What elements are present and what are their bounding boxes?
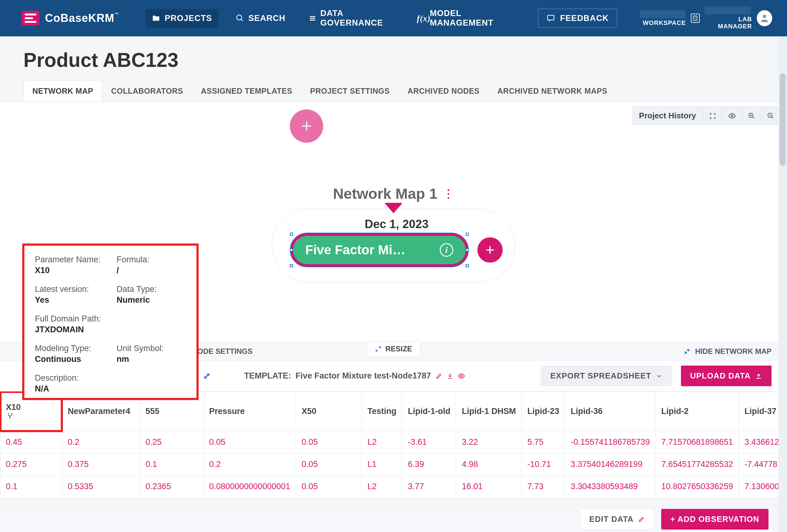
column-header[interactable]: Lipid-1 DHSM (456, 392, 522, 431)
column-header[interactable]: Lipid-1-old (402, 392, 456, 431)
tab-project-settings[interactable]: PROJECT SETTINGS (301, 80, 399, 102)
column-header[interactable]: Lipid-23 (522, 392, 565, 431)
upload-data-button[interactable]: UPLOAD DATA (681, 365, 771, 386)
table-cell[interactable]: 0.275 (0, 453, 62, 475)
table-row[interactable]: 0.450.20.250.050.05L2-3.613.225.75-0.155… (0, 431, 787, 453)
table-cell[interactable]: 0.1 (140, 453, 203, 475)
table-cell[interactable]: 3.37540146289199 (565, 453, 656, 475)
table-cell[interactable]: 0.2 (204, 453, 296, 475)
selection-handle[interactable] (466, 264, 469, 267)
resize-button[interactable]: RESIZE (367, 341, 421, 357)
table-cell[interactable]: 0.0800000000000001 (204, 475, 296, 498)
user-name-redacted (705, 6, 751, 15)
tooltip-param-name-value: X10 (35, 266, 104, 275)
add-node-floating-button[interactable] (290, 109, 323, 143)
project-history-button[interactable]: Project History (632, 106, 703, 125)
add-child-node-button[interactable] (477, 237, 503, 263)
table-cell[interactable]: 0.2365 (140, 475, 203, 498)
table-row[interactable]: 0.10.53350.23650.08000000000000010.05L23… (0, 475, 787, 498)
tooltip-dtype-label: Data Type: (116, 285, 186, 294)
hide-network-map-button[interactable]: HIDE NETWORK MAP (683, 347, 771, 356)
tab-collaborators[interactable]: COLLABORATORS (102, 80, 192, 102)
nav-projects[interactable]: PROJECTS (146, 9, 218, 27)
table-cell[interactable]: 7.73 (522, 475, 565, 498)
nav-search[interactable]: SEARCH (230, 9, 292, 27)
node-pill[interactable]: Five Factor Mi… i (291, 233, 468, 267)
building-icon[interactable] (691, 14, 700, 23)
table-cell[interactable]: 3.3043380593489 (565, 475, 656, 498)
column-header[interactable]: Pressure (204, 392, 296, 431)
workspace-block[interactable]: WORKSPACE (640, 10, 686, 26)
table-cell[interactable]: 6.39 (402, 453, 456, 475)
table-cell[interactable]: 0.05 (204, 431, 296, 453)
tab-archived-maps[interactable]: ARCHIVED NETWORK MAPS (488, 80, 616, 102)
caret-down-icon (384, 203, 403, 213)
nav-model-management[interactable]: f(x) MODEL MANAGEMENT (411, 4, 516, 32)
search-icon (236, 14, 244, 22)
page-header: Product ABC123 NETWORK MAP COLLABORATORS… (0, 36, 787, 102)
table-cell[interactable]: 0.2 (62, 431, 140, 453)
table-cell[interactable]: -3.61 (402, 431, 456, 453)
fullscreen-button[interactable] (703, 106, 722, 125)
nav-data-governance[interactable]: DATA GOVERNANCE (303, 4, 400, 32)
table-cell[interactable]: 0.375 (62, 453, 140, 475)
table-cell[interactable]: 4.98 (456, 453, 522, 475)
node-card: Dec 1, 2023 Five Factor Mi… i (272, 209, 515, 283)
table-cell[interactable]: L2 (362, 475, 402, 498)
zoom-out-button[interactable] (761, 106, 780, 125)
table-cell[interactable]: 7.71570681898651 (656, 431, 739, 453)
column-header[interactable]: Lipid-2 (656, 392, 739, 431)
user-block[interactable]: LAB MANAGER (705, 6, 752, 30)
tab-network-map[interactable]: NETWORK MAP (23, 80, 102, 102)
selection-handle[interactable] (466, 248, 469, 251)
table-cell[interactable]: 3.77 (402, 475, 456, 498)
feedback-button[interactable]: FEEDBACK (538, 9, 617, 28)
info-icon[interactable]: i (440, 243, 453, 257)
edit-data-button[interactable]: EDIT DATA (580, 509, 654, 530)
table-cell[interactable]: 3.22 (456, 431, 522, 453)
template-name: TEMPLATE: Five Factor Mixture test-Node1… (244, 371, 465, 381)
selection-handle[interactable] (290, 233, 293, 236)
scrollbar-track[interactable] (779, 36, 787, 532)
table-cell[interactable]: 0.05 (296, 453, 361, 475)
add-observation-button[interactable]: + ADD OBSERVATION (661, 509, 768, 530)
table-cell[interactable]: 0.45 (0, 431, 62, 453)
selection-handle[interactable] (290, 248, 293, 251)
table-cell[interactable]: 5.75 (522, 431, 565, 453)
table-cell[interactable]: 0.05 (296, 475, 361, 498)
selection-handle[interactable] (466, 233, 469, 236)
avatar[interactable] (757, 10, 772, 26)
tab-assigned-templates[interactable]: ASSIGNED TEMPLATES (192, 80, 301, 102)
table-cell[interactable]: L2 (362, 431, 402, 453)
logo-icon (22, 11, 40, 26)
view-template-icon[interactable] (458, 372, 465, 380)
table-cell[interactable]: L1 (362, 453, 402, 475)
export-spreadsheet-button[interactable]: EXPORT SPREADSHEET (541, 365, 672, 386)
column-header[interactable]: Lipid-36 (565, 392, 656, 431)
table-row[interactable]: 0.2750.3750.10.20.05L16.394.98-10.713.37… (0, 453, 787, 475)
table-cell[interactable]: 16.01 (456, 475, 522, 498)
selection-handle[interactable] (290, 264, 293, 267)
download-template-icon[interactable] (447, 373, 453, 379)
tooltip-dtype-value: Numeric (116, 295, 186, 305)
scrollbar-thumb[interactable] (780, 73, 786, 166)
column-header[interactable]: X50 (296, 392, 361, 431)
zoom-in-button[interactable] (742, 106, 761, 125)
app-logo[interactable]: CoBaseKRM™ (22, 11, 119, 26)
expand-icon[interactable]: ⤢ (203, 371, 210, 381)
map-menu-button[interactable]: ⋮ (443, 187, 454, 200)
table-cell[interactable]: 7.6545177428553​2 (656, 453, 739, 475)
tab-archived-nodes[interactable]: ARCHIVED NODES (399, 80, 488, 102)
table-cell[interactable]: -0.155741186785739 (565, 431, 656, 453)
table-cell[interactable]: 10.8027650336259 (656, 475, 739, 498)
visibility-button[interactable] (722, 106, 742, 125)
svg-rect-2 (310, 18, 315, 19)
user-role-label: LAB MANAGER (705, 16, 752, 30)
table-cell[interactable]: -10.71 (522, 453, 565, 475)
table-cell[interactable]: 0.5335 (62, 475, 140, 498)
table-cell[interactable]: 0.25 (140, 431, 203, 453)
edit-template-icon[interactable] (435, 373, 442, 379)
column-header[interactable]: Testing (362, 392, 402, 431)
table-cell[interactable]: 0.1 (0, 475, 62, 498)
table-cell[interactable]: 0.05 (296, 431, 361, 453)
